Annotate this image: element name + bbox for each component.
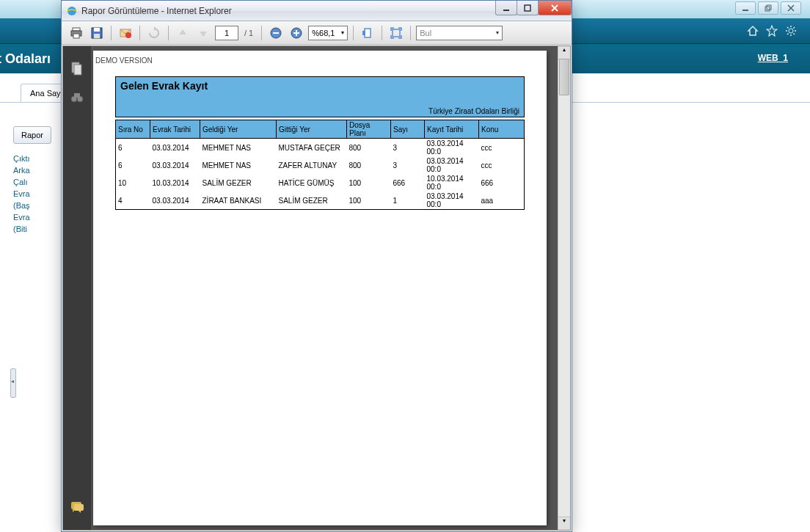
- table-row: 1010.03.2014SALİM GEZERHATİCE GÜMÜŞ10066…: [116, 174, 525, 192]
- table-cell: SALİM GEZER: [277, 192, 347, 210]
- table-cell: HATİCE GÜMÜŞ: [277, 174, 347, 192]
- ie-minimize-btn[interactable]: [495, 1, 517, 15]
- ie-maximize-btn[interactable]: [517, 1, 539, 15]
- bg-header-title: t Odaları: [0, 51, 51, 67]
- report-toolbar: / 1 %68,1 Bul: [62, 21, 572, 45]
- table-header: Evrak Tarihi: [150, 120, 200, 139]
- table-cell: 800: [347, 156, 391, 174]
- svg-rect-2: [767, 5, 771, 10]
- svg-rect-11: [94, 28, 100, 32]
- report-org: Türkiye Ziraat Odaları Birliği: [428, 107, 519, 115]
- chat-icon[interactable]: [70, 500, 84, 515]
- binoculars-icon[interactable]: [70, 90, 84, 105]
- svg-rect-7: [73, 28, 80, 31]
- table-cell: 4: [116, 192, 150, 210]
- svg-rect-9: [73, 34, 79, 38]
- collapse-handle[interactable]: [10, 368, 16, 398]
- viewer-sidebar: [63, 46, 91, 530]
- print-icon[interactable]: [68, 24, 85, 42]
- table-cell: MEHMET NAS: [200, 139, 277, 157]
- pages-thumbnail-icon[interactable]: [70, 61, 84, 76]
- fullscreen-icon[interactable]: [387, 24, 405, 42]
- arrow-up-icon[interactable]: [174, 24, 191, 42]
- ie-close-btn[interactable]: [538, 1, 572, 15]
- zoom-in-icon[interactable]: [288, 24, 305, 42]
- bg-restore-btn[interactable]: [758, 1, 778, 15]
- gear-icon[interactable]: [785, 25, 797, 37]
- svg-point-3: [789, 29, 793, 33]
- table-header: Geldiği Yer: [200, 120, 277, 139]
- table-header: Dosya Planı: [347, 120, 391, 139]
- bg-close-btn[interactable]: [781, 1, 801, 15]
- table-cell: 03.03.2014 00:0: [425, 156, 479, 174]
- zoom-dropdown[interactable]: %68,1: [308, 26, 348, 40]
- table-cell: 6: [116, 156, 150, 174]
- page-input[interactable]: [215, 26, 238, 40]
- table-cell: 800: [347, 139, 391, 157]
- table-cell: ZAFER ALTUNAY: [277, 156, 347, 174]
- zoom-out-icon[interactable]: [267, 24, 285, 42]
- table-header: Sayı: [391, 120, 425, 139]
- vertical-scrollbar[interactable]: [558, 46, 570, 530]
- table-header: Konu: [479, 120, 525, 139]
- fit-width-icon[interactable]: [359, 24, 376, 42]
- table-cell: 666: [391, 174, 425, 192]
- table-cell: ccc: [479, 156, 525, 174]
- ie-logo-icon: [66, 5, 78, 17]
- table-cell: SALİM GEZER: [200, 174, 277, 192]
- table-header: Sıra No: [116, 120, 150, 139]
- table-cell: 10: [116, 174, 150, 192]
- table-cell: 3: [391, 156, 425, 174]
- svg-rect-5: [503, 10, 509, 11]
- demo-watermark: DEMO VERSION: [95, 57, 525, 65]
- table-cell: 03.03.2014: [150, 139, 200, 157]
- svg-rect-12: [94, 34, 100, 38]
- table-cell: aaa: [479, 192, 525, 210]
- table-cell: 100: [347, 174, 391, 192]
- ie-window: Rapor Görüntüleme - Internet Explorer / …: [61, 0, 572, 532]
- svg-rect-20: [365, 29, 371, 37]
- table-cell: 03.03.2014: [150, 156, 200, 174]
- ie-titlebar[interactable]: Rapor Görüntüleme - Internet Explorer: [62, 1, 572, 21]
- bg-rapor-button[interactable]: Rapor: [13, 126, 51, 144]
- svg-rect-0: [742, 10, 748, 11]
- table-cell: MUSTAFA GEÇER: [277, 139, 347, 157]
- table-cell: 10.03.2014: [150, 174, 200, 192]
- svg-rect-19: [296, 30, 297, 36]
- svg-rect-1: [765, 7, 770, 11]
- report-header: Gelen Evrak Kayıt Türkiye Ziraat Odaları…: [115, 76, 525, 117]
- table-cell: 03.03.2014: [150, 192, 200, 210]
- scrollbar-thumb[interactable]: [559, 59, 569, 95]
- table-cell: 666: [479, 174, 525, 192]
- search-input[interactable]: Bul: [416, 26, 503, 40]
- table-cell: ccc: [479, 139, 525, 157]
- bg-web-id-link[interactable]: WEB_1: [758, 53, 788, 63]
- page-area: DEMO VERSION Gelen Evrak Kayıt Türkiye Z…: [91, 46, 570, 530]
- ie-window-title: Rapor Görüntüleme - Internet Explorer: [81, 6, 232, 16]
- svg-rect-27: [74, 93, 80, 98]
- bg-minimize-btn[interactable]: [735, 1, 756, 15]
- report-title: Gelen Evrak Kayıt: [120, 80, 519, 92]
- table-cell: 1: [391, 192, 425, 210]
- svg-rect-21: [362, 31, 365, 35]
- table-cell: ZİRAAT BANKASI: [200, 192, 277, 210]
- table-cell: 03.03.2014 00:0: [425, 192, 479, 210]
- table-header: Gittiği Yer: [277, 120, 347, 139]
- email-icon[interactable]: [117, 24, 134, 42]
- save-icon[interactable]: [88, 24, 106, 42]
- table-row: 603.03.2014MEHMET NASMUSTAFA GEÇER800303…: [116, 139, 525, 157]
- svg-rect-6: [525, 5, 530, 11]
- table-row: 603.03.2014MEHMET NASZAFER ALTUNAY800303…: [116, 156, 525, 174]
- star-icon[interactable]: [766, 25, 778, 37]
- table-cell: MEHMET NAS: [200, 156, 277, 174]
- viewer-body: DEMO VERSION Gelen Evrak Kayıt Türkiye Z…: [62, 45, 571, 531]
- table-cell: 03.03.2014 00:0: [425, 139, 479, 157]
- svg-rect-22: [393, 29, 400, 37]
- home-icon[interactable]: [747, 25, 759, 37]
- svg-point-4: [68, 7, 76, 15]
- arrow-down-icon[interactable]: [194, 24, 212, 42]
- page-total: / 1: [241, 29, 256, 37]
- table-cell: 100: [347, 192, 391, 210]
- table-cell: 10.03.2014 00:0: [425, 174, 479, 192]
- refresh-icon[interactable]: [145, 24, 163, 42]
